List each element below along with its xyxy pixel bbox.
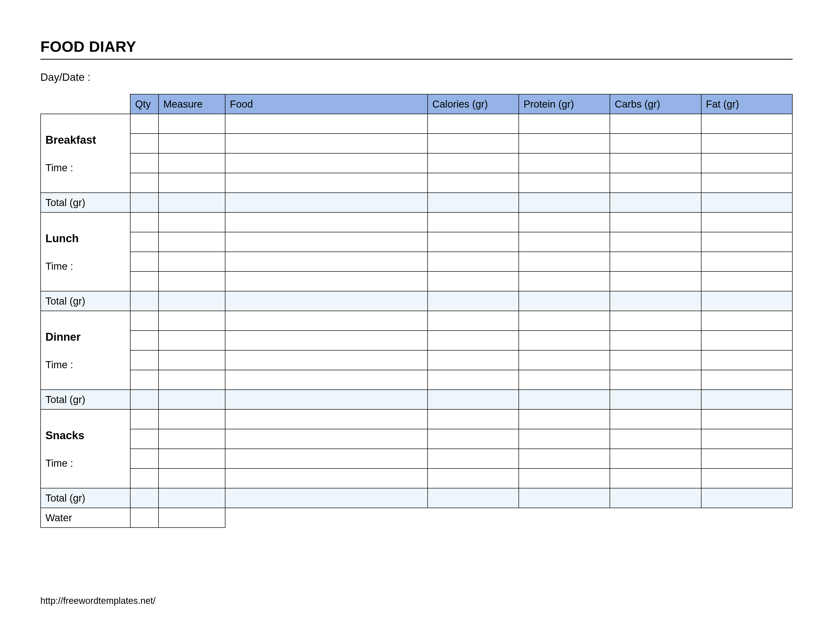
cell[interactable] [519,331,610,350]
cell[interactable] [428,153,519,173]
cell[interactable] [130,173,159,193]
cell[interactable] [701,232,792,252]
cell[interactable] [225,232,428,252]
cell[interactable] [701,331,792,350]
cell[interactable] [159,134,225,153]
cell[interactable] [610,350,701,370]
cell[interactable] [519,134,610,153]
cell[interactable] [159,252,225,272]
cell[interactable] [610,114,701,134]
cell[interactable] [130,272,159,291]
cell[interactable] [701,350,792,370]
cell[interactable] [428,134,519,153]
cell[interactable] [159,153,225,173]
cell[interactable] [701,193,792,213]
cell[interactable] [519,370,610,390]
cell[interactable] [159,469,225,488]
cell[interactable] [159,350,225,370]
cell[interactable] [519,193,610,213]
cell[interactable] [159,193,225,213]
cell[interactable] [225,213,428,232]
cell[interactable] [225,291,428,311]
cell[interactable] [610,488,701,508]
cell[interactable] [130,429,159,449]
cell[interactable] [225,409,428,429]
cell[interactable] [610,213,701,232]
cell[interactable] [130,311,159,331]
cell[interactable] [130,232,159,252]
cell[interactable] [519,114,610,134]
cell[interactable] [428,272,519,291]
cell[interactable] [610,409,701,429]
cell[interactable] [701,272,792,291]
cell[interactable] [701,390,792,409]
cell[interactable] [610,153,701,173]
cell[interactable] [701,114,792,134]
cell[interactable] [159,429,225,449]
cell[interactable] [130,134,159,153]
cell[interactable] [130,469,159,488]
cell[interactable] [428,390,519,409]
cell[interactable] [428,252,519,272]
cell[interactable] [519,350,610,370]
cell[interactable] [519,409,610,429]
cell[interactable] [225,350,428,370]
cell[interactable] [610,311,701,331]
cell[interactable] [428,449,519,469]
cell[interactable] [610,193,701,213]
cell[interactable] [519,153,610,173]
cell[interactable] [519,390,610,409]
cell[interactable] [519,311,610,331]
cell[interactable] [519,213,610,232]
cell[interactable] [701,213,792,232]
cell[interactable] [610,272,701,291]
cell[interactable] [159,390,225,409]
cell[interactable] [130,252,159,272]
cell[interactable] [225,173,428,193]
water-measure-cell[interactable] [159,508,225,528]
cell[interactable] [225,469,428,488]
cell[interactable] [610,134,701,153]
cell[interactable] [159,272,225,291]
cell[interactable] [701,153,792,173]
cell[interactable] [701,370,792,390]
cell[interactable] [159,173,225,193]
cell[interactable] [610,173,701,193]
cell[interactable] [701,488,792,508]
cell[interactable] [159,449,225,469]
cell[interactable] [225,370,428,390]
cell[interactable] [159,331,225,350]
cell[interactable] [159,488,225,508]
cell[interactable] [610,252,701,272]
cell[interactable] [130,153,159,173]
cell[interactable] [428,469,519,488]
cell[interactable] [225,390,428,409]
cell[interactable] [701,311,792,331]
cell[interactable] [610,370,701,390]
cell[interactable] [130,213,159,232]
cell[interactable] [519,488,610,508]
cell[interactable] [428,488,519,508]
cell[interactable] [610,232,701,252]
cell[interactable] [159,114,225,134]
cell[interactable] [701,449,792,469]
cell[interactable] [159,311,225,331]
cell[interactable] [225,488,428,508]
cell[interactable] [519,252,610,272]
cell[interactable] [225,114,428,134]
cell[interactable] [225,134,428,153]
cell[interactable] [428,331,519,350]
cell[interactable] [159,370,225,390]
cell[interactable] [130,331,159,350]
cell[interactable] [519,449,610,469]
cell[interactable] [225,429,428,449]
cell[interactable] [159,232,225,252]
cell[interactable] [701,134,792,153]
cell[interactable] [130,370,159,390]
cell[interactable] [701,429,792,449]
cell[interactable] [130,449,159,469]
cell[interactable] [701,469,792,488]
cell[interactable] [225,193,428,213]
cell[interactable] [130,350,159,370]
cell[interactable] [610,449,701,469]
